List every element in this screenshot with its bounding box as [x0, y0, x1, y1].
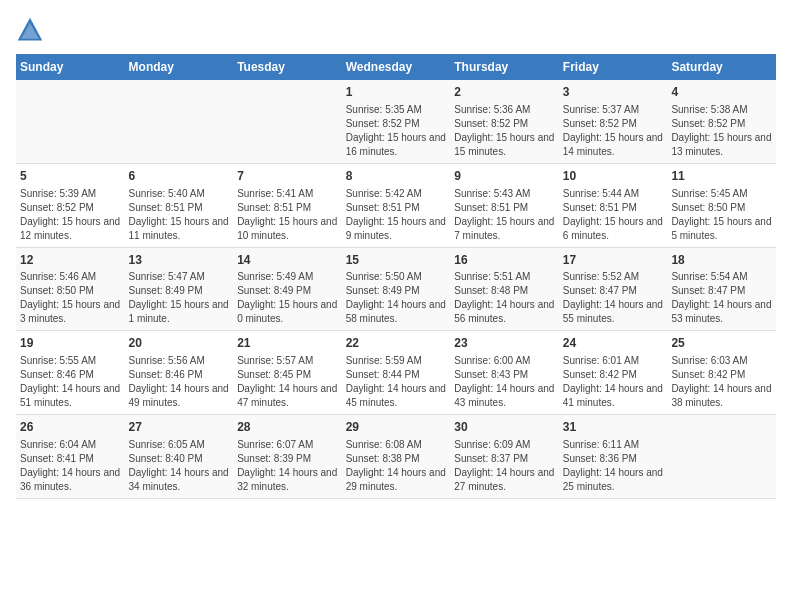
day-info: Sunset: 8:51 PM: [454, 201, 555, 215]
day-number: 12: [20, 252, 121, 269]
day-info: Sunset: 8:51 PM: [563, 201, 664, 215]
day-number: 18: [671, 252, 772, 269]
calendar-cell: 8Sunrise: 5:42 AMSunset: 8:51 PMDaylight…: [342, 163, 451, 247]
calendar-cell: 22Sunrise: 5:59 AMSunset: 8:44 PMDayligh…: [342, 331, 451, 415]
day-info: Sunrise: 5:35 AM: [346, 103, 447, 117]
day-info: Daylight: 15 hours and 7 minutes.: [454, 215, 555, 243]
day-info: Sunset: 8:49 PM: [129, 284, 230, 298]
calendar-cell: 5Sunrise: 5:39 AMSunset: 8:52 PMDaylight…: [16, 163, 125, 247]
day-info: Sunrise: 6:04 AM: [20, 438, 121, 452]
day-info: Sunrise: 5:44 AM: [563, 187, 664, 201]
day-number: 15: [346, 252, 447, 269]
day-info: Daylight: 15 hours and 6 minutes.: [563, 215, 664, 243]
day-info: Sunrise: 5:52 AM: [563, 270, 664, 284]
day-info: Sunset: 8:40 PM: [129, 452, 230, 466]
day-info: Sunrise: 5:47 AM: [129, 270, 230, 284]
weekday-header-tuesday: Tuesday: [233, 54, 342, 80]
day-info: Daylight: 15 hours and 13 minutes.: [671, 131, 772, 159]
calendar-cell: 25Sunrise: 6:03 AMSunset: 8:42 PMDayligh…: [667, 331, 776, 415]
day-info: Sunset: 8:51 PM: [237, 201, 338, 215]
day-number: 17: [563, 252, 664, 269]
logo-icon: [16, 16, 44, 44]
day-number: 21: [237, 335, 338, 352]
calendar-cell: [125, 80, 234, 163]
week-row-5: 26Sunrise: 6:04 AMSunset: 8:41 PMDayligh…: [16, 415, 776, 499]
day-info: Daylight: 15 hours and 3 minutes.: [20, 298, 121, 326]
day-info: Daylight: 14 hours and 43 minutes.: [454, 382, 555, 410]
day-info: Sunrise: 5:36 AM: [454, 103, 555, 117]
calendar-cell: [16, 80, 125, 163]
day-number: 28: [237, 419, 338, 436]
day-info: Sunrise: 5:55 AM: [20, 354, 121, 368]
day-info: Daylight: 14 hours and 36 minutes.: [20, 466, 121, 494]
day-number: 27: [129, 419, 230, 436]
calendar-cell: 31Sunrise: 6:11 AMSunset: 8:36 PMDayligh…: [559, 415, 668, 499]
day-info: Sunset: 8:37 PM: [454, 452, 555, 466]
day-info: Daylight: 15 hours and 9 minutes.: [346, 215, 447, 243]
day-info: Sunrise: 5:45 AM: [671, 187, 772, 201]
day-number: 1: [346, 84, 447, 101]
day-info: Sunset: 8:36 PM: [563, 452, 664, 466]
day-info: Daylight: 14 hours and 47 minutes.: [237, 382, 338, 410]
day-info: Sunset: 8:50 PM: [20, 284, 121, 298]
day-info: Daylight: 14 hours and 27 minutes.: [454, 466, 555, 494]
day-info: Sunrise: 5:51 AM: [454, 270, 555, 284]
week-row-4: 19Sunrise: 5:55 AMSunset: 8:46 PMDayligh…: [16, 331, 776, 415]
day-info: Sunset: 8:52 PM: [671, 117, 772, 131]
day-info: Daylight: 14 hours and 49 minutes.: [129, 382, 230, 410]
day-info: Sunset: 8:41 PM: [20, 452, 121, 466]
day-info: Sunset: 8:52 PM: [20, 201, 121, 215]
calendar-cell: 27Sunrise: 6:05 AMSunset: 8:40 PMDayligh…: [125, 415, 234, 499]
day-number: 3: [563, 84, 664, 101]
calendar-cell: 4Sunrise: 5:38 AMSunset: 8:52 PMDaylight…: [667, 80, 776, 163]
day-info: Sunset: 8:48 PM: [454, 284, 555, 298]
day-info: Sunrise: 6:00 AM: [454, 354, 555, 368]
calendar-cell: 20Sunrise: 5:56 AMSunset: 8:46 PMDayligh…: [125, 331, 234, 415]
day-info: Sunset: 8:49 PM: [346, 284, 447, 298]
calendar-table: SundayMondayTuesdayWednesdayThursdayFrid…: [16, 54, 776, 499]
day-info: Sunset: 8:42 PM: [671, 368, 772, 382]
day-info: Daylight: 15 hours and 1 minute.: [129, 298, 230, 326]
day-info: Daylight: 15 hours and 12 minutes.: [20, 215, 121, 243]
day-number: 23: [454, 335, 555, 352]
weekday-header-monday: Monday: [125, 54, 234, 80]
day-info: Daylight: 14 hours and 53 minutes.: [671, 298, 772, 326]
day-info: Sunset: 8:46 PM: [20, 368, 121, 382]
day-info: Sunrise: 6:01 AM: [563, 354, 664, 368]
calendar-cell: 1Sunrise: 5:35 AMSunset: 8:52 PMDaylight…: [342, 80, 451, 163]
day-info: Sunrise: 5:38 AM: [671, 103, 772, 117]
day-info: Sunrise: 5:39 AM: [20, 187, 121, 201]
day-info: Daylight: 14 hours and 38 minutes.: [671, 382, 772, 410]
day-number: 19: [20, 335, 121, 352]
weekday-header-sunday: Sunday: [16, 54, 125, 80]
day-number: 4: [671, 84, 772, 101]
day-number: 20: [129, 335, 230, 352]
day-number: 24: [563, 335, 664, 352]
day-info: Daylight: 14 hours and 41 minutes.: [563, 382, 664, 410]
day-number: 6: [129, 168, 230, 185]
day-info: Sunset: 8:49 PM: [237, 284, 338, 298]
day-info: Sunset: 8:51 PM: [129, 201, 230, 215]
calendar-cell: 23Sunrise: 6:00 AMSunset: 8:43 PMDayligh…: [450, 331, 559, 415]
day-info: Sunset: 8:51 PM: [346, 201, 447, 215]
day-info: Sunset: 8:45 PM: [237, 368, 338, 382]
day-info: Sunset: 8:39 PM: [237, 452, 338, 466]
calendar-cell: 29Sunrise: 6:08 AMSunset: 8:38 PMDayligh…: [342, 415, 451, 499]
day-info: Sunrise: 5:57 AM: [237, 354, 338, 368]
day-info: Sunset: 8:47 PM: [563, 284, 664, 298]
day-info: Sunrise: 5:49 AM: [237, 270, 338, 284]
day-info: Sunset: 8:46 PM: [129, 368, 230, 382]
day-info: Daylight: 15 hours and 15 minutes.: [454, 131, 555, 159]
day-info: Daylight: 14 hours and 45 minutes.: [346, 382, 447, 410]
day-info: Daylight: 14 hours and 29 minutes.: [346, 466, 447, 494]
day-info: Sunrise: 6:05 AM: [129, 438, 230, 452]
day-info: Sunrise: 5:37 AM: [563, 103, 664, 117]
calendar-cell: 10Sunrise: 5:44 AMSunset: 8:51 PMDayligh…: [559, 163, 668, 247]
calendar-cell: 18Sunrise: 5:54 AMSunset: 8:47 PMDayligh…: [667, 247, 776, 331]
day-info: Daylight: 15 hours and 14 minutes.: [563, 131, 664, 159]
calendar-cell: 13Sunrise: 5:47 AMSunset: 8:49 PMDayligh…: [125, 247, 234, 331]
day-info: Daylight: 14 hours and 32 minutes.: [237, 466, 338, 494]
day-number: 10: [563, 168, 664, 185]
calendar-cell: 11Sunrise: 5:45 AMSunset: 8:50 PMDayligh…: [667, 163, 776, 247]
day-info: Sunset: 8:38 PM: [346, 452, 447, 466]
